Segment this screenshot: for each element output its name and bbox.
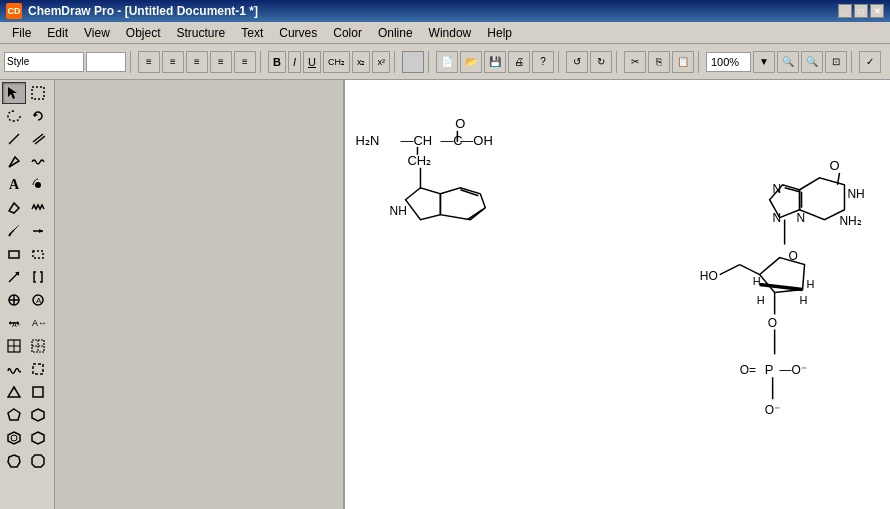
align-right-btn[interactable]: ≡ [186,51,208,73]
cut-btn[interactable]: ✂ [624,51,646,73]
style-dropdown[interactable]: Style [4,52,84,72]
check-btn[interactable]: ✓ [859,51,881,73]
save-btn[interactable]: 💾 [484,51,506,73]
square-tool[interactable] [26,381,50,403]
zoom-out-btn[interactable]: 🔍 [801,51,823,73]
align-extra-btn[interactable]: ≡ [234,51,256,73]
lasso-tool[interactable] [2,105,26,127]
separator-1 [130,51,134,73]
atom-map-tool[interactable]: A [26,289,50,311]
menu-view[interactable]: View [76,24,118,42]
benzene-tool[interactable] [2,427,26,449]
o-phosphate-label: O= [740,363,756,377]
menu-text[interactable]: Text [233,24,271,42]
rectangle-tool[interactable] [2,243,26,265]
copy-btn[interactable]: ⎘ [648,51,670,73]
ch-label: —CH [401,133,433,148]
bracket-tool[interactable] [26,266,50,288]
resize-tool[interactable]: A↔A [2,312,26,334]
zoom-in-btn[interactable]: 🔍 [777,51,799,73]
minimize-button[interactable]: _ [838,4,852,18]
atom-tool[interactable] [26,174,50,196]
undo-btn[interactable]: ↺ [566,51,588,73]
info-btn[interactable]: ? [532,51,554,73]
maximize-button[interactable]: □ [854,4,868,18]
wave-tool[interactable] [2,358,26,380]
dotted-rect-tool[interactable] [26,243,50,265]
dotted-table-tool[interactable] [26,335,50,357]
side-panel [55,80,345,509]
cyclooctane-tool[interactable] [26,450,50,472]
menu-object[interactable]: Object [118,24,169,42]
text-tool[interactable]: A [2,174,26,196]
text-resize-tool[interactable]: A↔ [26,312,50,334]
svg-line-3 [9,134,19,144]
align-justify-btn[interactable]: ≡ [210,51,232,73]
eraser-tool[interactable] [2,197,26,219]
bond-tool[interactable] [2,128,26,150]
n3-label: N [797,211,806,225]
table-tool[interactable] [2,335,26,357]
menu-structure[interactable]: Structure [169,24,234,42]
cycloheptane-tool[interactable] [2,450,26,472]
svg-marker-41 [8,455,20,467]
double-bond-tool[interactable] [26,128,50,150]
color-btn[interactable] [402,51,424,73]
dotted-box-tool[interactable] [26,358,50,380]
subscript-btn[interactable]: x₂ [352,51,371,73]
new-btn[interactable]: 📄 [436,51,458,73]
svg-marker-0 [8,87,17,99]
size-dropdown[interactable] [86,52,126,72]
bold-btn[interactable]: B [268,51,286,73]
paste-btn[interactable]: 📋 [672,51,694,73]
menu-window[interactable]: Window [421,24,480,42]
orb-tool[interactable] [2,289,26,311]
chain-tool[interactable] [26,197,50,219]
svg-marker-38 [8,432,20,444]
align-left-btn[interactable]: ≡ [138,51,160,73]
underline-btn[interactable]: U [303,51,321,73]
tool-row-9 [2,266,52,288]
diagonal-arrow-tool[interactable] [2,266,26,288]
italic-btn[interactable]: I [288,51,301,73]
o-top-label: O [455,116,465,131]
wavy-tool[interactable] [26,151,50,173]
select-tool[interactable] [2,82,26,104]
zoom-dropdown-btn[interactable]: ▼ [753,51,775,73]
svg-rect-1 [32,87,44,99]
menu-help[interactable]: Help [479,24,520,42]
hexagon-tool[interactable] [26,404,50,426]
align-center-btn[interactable]: ≡ [162,51,184,73]
ho-label: HO [700,269,718,283]
pentagon-tool[interactable] [2,404,26,426]
menu-online[interactable]: Online [370,24,421,42]
tool-row-17 [2,450,52,472]
marquee-tool[interactable] [26,82,50,104]
menu-file[interactable]: File [4,24,39,42]
redo-btn[interactable]: ↻ [590,51,612,73]
menu-edit[interactable]: Edit [39,24,76,42]
o-bottom-label: O⁻ [765,403,780,417]
gmp-structure: O NH NH₂ N N N [700,158,865,417]
zoom-fit-btn[interactable]: ⊡ [825,51,847,73]
superscript-btn[interactable]: x² [372,51,390,73]
dash-bond-tool[interactable] [2,220,26,242]
svg-marker-2 [34,113,38,117]
tool-row-12 [2,335,52,357]
pen-tool[interactable] [2,151,26,173]
drawing-canvas[interactable]: H₂N —CH —C O —OH CH₂ [345,80,890,509]
open-btn[interactable]: 📂 [460,51,482,73]
close-button[interactable]: ✕ [870,4,884,18]
subscript2-btn[interactable]: CH₂ [323,51,350,73]
cyclopentane-tool[interactable] [26,427,50,449]
svg-marker-42 [32,455,44,467]
menu-curves[interactable]: Curves [271,24,325,42]
svg-marker-40 [32,432,44,444]
svg-line-8 [11,230,14,233]
triangle-tool[interactable] [2,381,26,403]
menu-color[interactable]: Color [325,24,370,42]
rotate-tool[interactable] [26,105,50,127]
print-btn[interactable]: 🖨 [508,51,530,73]
arrow-tool[interactable] [26,220,50,242]
main-toolbar: Style ≡ ≡ ≡ ≡ ≡ B I U CH₂ x₂ x² 📄 📂 💾 🖨 … [0,44,890,80]
